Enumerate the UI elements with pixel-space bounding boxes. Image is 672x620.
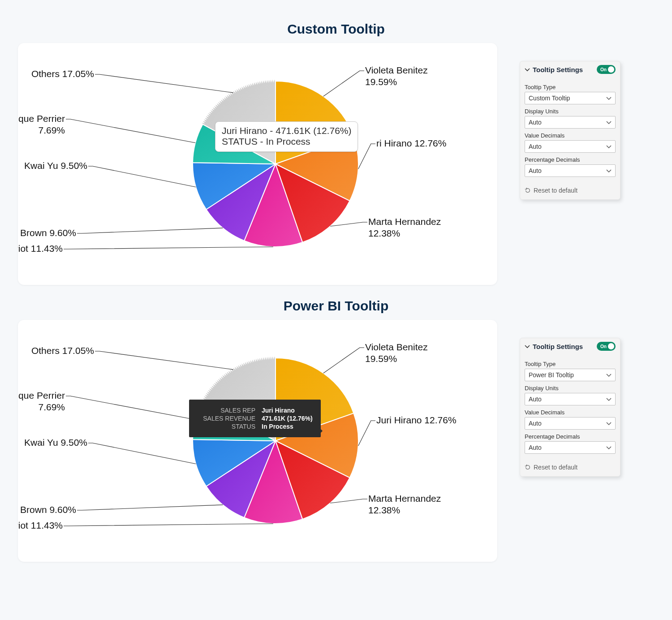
panel-header[interactable]: Tooltip Settings On	[520, 338, 620, 354]
reset-label: Reset to default	[534, 187, 577, 194]
slice-label: Dominique Perrier	[18, 113, 65, 124]
slice-label: 7.69%	[38, 402, 65, 412]
tooltip-settings-panel-custom: Tooltip Settings On Tooltip TypeCustom T…	[520, 61, 620, 200]
chart-card-custom: Violeta Benitez19.59%ri Hirano 12.76%Mar…	[18, 43, 497, 285]
chevron-down-icon	[606, 95, 612, 101]
select-tooltip-type[interactable]: Custom Tooltip	[525, 92, 616, 104]
tooltip-row-value: 471.61K (12.76%)	[262, 415, 313, 422]
tooltip-row: STATUSIn Process	[197, 423, 313, 430]
slice-label: Others 17.05%	[31, 69, 94, 79]
slice-label: 19.59%	[365, 77, 397, 87]
reset-to-default[interactable]: Reset to default	[520, 181, 620, 199]
field-label: Value Decimals	[525, 132, 616, 139]
chevron-down-icon	[606, 120, 612, 125]
slice-label: 7.69%	[38, 125, 65, 135]
slice-label: Marta Hernandez	[368, 216, 441, 227]
toggle-on[interactable]: On	[597, 65, 616, 74]
slice-label: Juri Hirano 12.76%	[376, 415, 457, 425]
chevron-down-icon	[525, 344, 530, 349]
select-display-units[interactable]: Auto	[525, 393, 616, 405]
reset-icon	[525, 464, 531, 470]
select-percentage-decimals[interactable]: Auto	[525, 164, 616, 177]
slice-label: 12.38%	[368, 505, 400, 515]
field-label: Tooltip Type	[525, 361, 616, 367]
chevron-down-icon	[606, 396, 612, 402]
select-percentage-decimals[interactable]: Auto	[525, 441, 616, 454]
select-value-decimals[interactable]: Auto	[525, 140, 616, 153]
field-label: Display Units	[525, 385, 616, 392]
select-value-decimals[interactable]: Auto	[525, 417, 616, 430]
slice-label: Paul Henriot 11.43%	[18, 243, 63, 254]
panel-header[interactable]: Tooltip Settings On	[520, 61, 620, 78]
custom-tooltip: Juri Hirano - 471.61K (12.76%) STATUS - …	[215, 121, 358, 152]
chevron-down-icon	[525, 67, 530, 72]
tooltip-row: SALES REPJuri Hirano	[197, 407, 313, 414]
chevron-down-icon	[606, 445, 612, 450]
pie-chart-powerbi[interactable]: Violeta Benitez19.59%Juri Hirano 12.76%M…	[18, 320, 497, 562]
pie-chart-custom[interactable]: Violeta Benitez19.59%ri Hirano 12.76%Mar…	[18, 43, 497, 285]
slice-label: Violeta Benitez	[365, 342, 428, 352]
tooltip-row: SALES REVENUE471.61K (12.76%)	[197, 415, 313, 422]
tooltip-settings-panel-powerbi: Tooltip Settings On Tooltip TypePower BI…	[520, 338, 620, 477]
custom-tooltip-line1: Juri Hirano - 471.61K (12.76%)	[222, 125, 351, 136]
slice-label: Kwai Yu 9.50%	[24, 437, 87, 448]
slice-label: 19.59%	[365, 353, 397, 364]
slice-label: Kwai Yu 9.50%	[24, 160, 87, 171]
slice-label: Marta Hernandez	[368, 493, 441, 504]
tooltip-row-value: In Process	[262, 423, 293, 430]
slice-label: Julie Brown 9.60%	[18, 228, 76, 238]
field-label: Tooltip Type	[525, 84, 616, 90]
custom-tooltip-line2: STATUS - In Process	[222, 136, 351, 147]
slice-label: Dominique Perrier	[18, 390, 65, 400]
tooltip-row-value: Juri Hirano	[262, 407, 295, 414]
slice-label: Paul Henriot 11.43%	[18, 520, 63, 530]
section-title-custom: Custom Tooltip	[134, 22, 538, 37]
slice-label: Others 17.05%	[31, 345, 94, 356]
reset-icon	[525, 187, 531, 194]
panel-title: Tooltip Settings	[533, 343, 583, 350]
field-label: Value Decimals	[525, 409, 616, 416]
field-label: Percentage Decimals	[525, 433, 616, 440]
select-tooltip-type[interactable]: Power BI Tooltip	[525, 369, 616, 381]
chevron-down-icon	[606, 144, 612, 149]
chevron-down-icon	[606, 372, 612, 378]
reset-to-default[interactable]: Reset to default	[520, 458, 620, 476]
slice-label: ri Hirano 12.76%	[376, 138, 446, 148]
chevron-down-icon	[606, 168, 612, 173]
slice-label: 12.38%	[368, 228, 400, 238]
field-label: Percentage Decimals	[525, 156, 616, 163]
tooltip-row-label: SALES REP	[197, 407, 255, 414]
chevron-down-icon	[606, 421, 612, 426]
field-label: Display Units	[525, 108, 616, 115]
chart-card-powerbi: Violeta Benitez19.59%Juri Hirano 12.76%M…	[18, 320, 497, 562]
panel-title: Tooltip Settings	[533, 66, 583, 73]
section-title-powerbi: Power BI Tooltip	[134, 298, 538, 314]
tooltip-row-label: SALES REVENUE	[197, 415, 255, 422]
toggle-on[interactable]: On	[597, 342, 616, 351]
select-display-units[interactable]: Auto	[525, 116, 616, 129]
powerbi-tooltip: SALES REPJuri HiranoSALES REVENUE471.61K…	[189, 400, 321, 437]
tooltip-row-label: STATUS	[197, 423, 255, 430]
slice-label: Violeta Benitez	[365, 65, 428, 75]
slice-label: Julie Brown 9.60%	[18, 504, 76, 515]
reset-label: Reset to default	[534, 464, 577, 471]
